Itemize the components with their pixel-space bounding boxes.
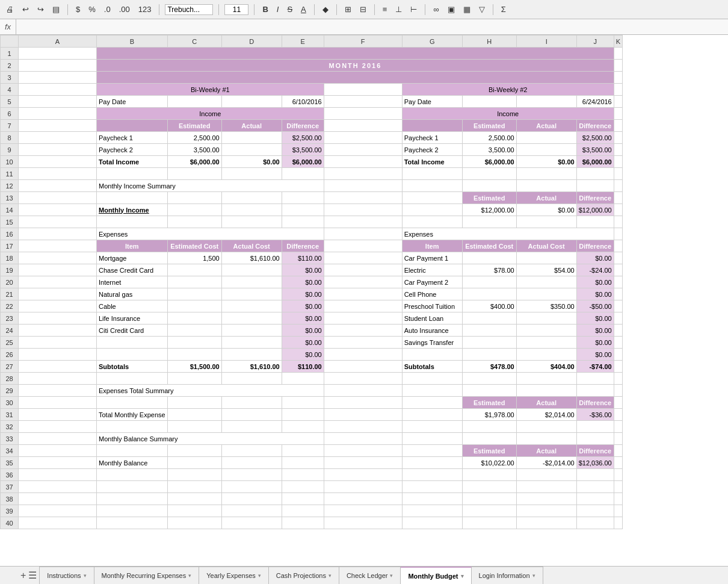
- cell-c25[interactable]: [167, 337, 221, 349]
- cell-d31[interactable]: [221, 409, 282, 421]
- add-sheet-button[interactable]: +: [20, 570, 26, 581]
- cell-a18[interactable]: [19, 252, 97, 264]
- cell-a16[interactable]: [19, 228, 97, 240]
- cell-k14[interactable]: [614, 204, 622, 216]
- row-header-37[interactable]: 37: [1, 481, 19, 493]
- row-header-18[interactable]: 18: [1, 252, 19, 264]
- redo-button[interactable]: ↪: [35, 4, 46, 15]
- cell-k10[interactable]: [614, 156, 622, 168]
- cell-a37[interactable]: [19, 481, 97, 493]
- cell-a15[interactable]: [19, 216, 97, 228]
- cell-k33[interactable]: [614, 433, 622, 445]
- cell-g12[interactable]: [402, 180, 462, 192]
- cell-h5[interactable]: [462, 96, 516, 108]
- cell-title[interactable]: MONTH 2016: [97, 60, 614, 72]
- cell-b37[interactable]: [97, 481, 168, 493]
- cell-c21[interactable]: [167, 288, 221, 300]
- cell-d36[interactable]: [221, 469, 282, 481]
- cell-c28[interactable]: [167, 373, 221, 385]
- cell-f37[interactable]: [324, 481, 402, 493]
- cell-h39[interactable]: [462, 505, 516, 517]
- cell-i11[interactable]: [516, 168, 576, 180]
- underline-button[interactable]: A: [298, 4, 309, 15]
- cell-a40[interactable]: [19, 517, 97, 529]
- row-header-11[interactable]: 11: [1, 168, 19, 180]
- cell-k35[interactable]: [614, 457, 622, 469]
- row-header-24[interactable]: 24: [1, 325, 19, 337]
- cell-f22[interactable]: [324, 300, 402, 312]
- col-header-i[interactable]: I: [516, 36, 576, 48]
- cell-f21[interactable]: [324, 288, 402, 300]
- cell-a34[interactable]: [19, 445, 97, 457]
- cell-c20[interactable]: [167, 276, 221, 288]
- cell-f9[interactable]: [324, 144, 402, 156]
- cell-d21[interactable]: [221, 288, 282, 300]
- cell-e30[interactable]: [282, 397, 324, 409]
- tab-check-ledger[interactable]: Check Ledger ▾: [339, 567, 401, 584]
- cell-j29[interactable]: [576, 385, 614, 397]
- align-right-button[interactable]: ⊢: [408, 4, 419, 15]
- col-header-a[interactable]: A: [19, 36, 97, 48]
- cell-a35[interactable]: [19, 457, 97, 469]
- cell-d5[interactable]: [221, 96, 282, 108]
- cell-f4[interactable]: [324, 84, 402, 96]
- tab-login-info[interactable]: Login Information ▾: [472, 567, 543, 584]
- percent-button[interactable]: %: [86, 4, 98, 15]
- cell-b11[interactable]: [97, 168, 168, 180]
- cell-f31[interactable]: [324, 409, 402, 421]
- row-header-7[interactable]: 7: [1, 120, 19, 132]
- cell-k6[interactable]: [614, 108, 622, 120]
- row-header-27[interactable]: 27: [1, 361, 19, 373]
- cell-h11[interactable]: [462, 168, 516, 180]
- cell-a11[interactable]: [19, 168, 97, 180]
- cell-k37[interactable]: [614, 481, 622, 493]
- cell-f33[interactable]: [324, 433, 402, 445]
- cell-i29[interactable]: [516, 385, 576, 397]
- cell-d13[interactable]: [221, 192, 282, 204]
- cell-f12[interactable]: [324, 180, 402, 192]
- cell-f28[interactable]: [324, 373, 402, 385]
- cell-f13[interactable]: [324, 192, 402, 204]
- cell-e34[interactable]: [282, 445, 324, 457]
- cell-a13[interactable]: [19, 192, 97, 204]
- cell-e28[interactable]: [282, 373, 324, 385]
- cell-d22[interactable]: [221, 300, 282, 312]
- row-header-21[interactable]: 21: [1, 288, 19, 300]
- cell-k21[interactable]: [614, 288, 622, 300]
- cell-i25[interactable]: [516, 337, 576, 349]
- cell-k4[interactable]: [614, 84, 622, 96]
- cell-k7[interactable]: [614, 120, 622, 132]
- cell-g14[interactable]: [402, 204, 462, 216]
- cell-e11[interactable]: [282, 168, 324, 180]
- cell-a3[interactable]: [19, 72, 97, 84]
- cell-a29[interactable]: [19, 385, 97, 397]
- tab-instructions[interactable]: Instructions ▾: [40, 567, 94, 584]
- cell-c32[interactable]: [167, 421, 221, 433]
- cell-h23[interactable]: [462, 312, 516, 325]
- cell-a19[interactable]: [19, 264, 97, 276]
- cell-k32[interactable]: [614, 421, 622, 433]
- cell-k29[interactable]: [614, 385, 622, 397]
- cell-g36[interactable]: [402, 469, 462, 481]
- row-header-17[interactable]: 17: [1, 240, 19, 252]
- cell-k25[interactable]: [614, 337, 622, 349]
- cell-h12[interactable]: [462, 180, 516, 192]
- cell-b30[interactable]: [97, 397, 168, 409]
- cell-i12[interactable]: [516, 180, 576, 192]
- cell-a39[interactable]: [19, 505, 97, 517]
- cell-h18[interactable]: [462, 252, 516, 264]
- cell-i23[interactable]: [516, 312, 576, 325]
- row-header-28[interactable]: 28: [1, 373, 19, 385]
- cell-c14[interactable]: [167, 204, 221, 216]
- cell-e13[interactable]: [282, 192, 324, 204]
- cell-j12[interactable]: [576, 180, 614, 192]
- cell-g37[interactable]: [402, 481, 462, 493]
- cell-j40[interactable]: [576, 517, 614, 529]
- cell-f25[interactable]: [324, 337, 402, 349]
- cell-d37[interactable]: [221, 481, 282, 493]
- cell-f6[interactable]: [324, 108, 402, 120]
- cell-e31[interactable]: [282, 409, 324, 421]
- cell-j28[interactable]: [576, 373, 614, 385]
- cell-j38[interactable]: [576, 493, 614, 505]
- col-header-e[interactable]: E: [282, 36, 324, 48]
